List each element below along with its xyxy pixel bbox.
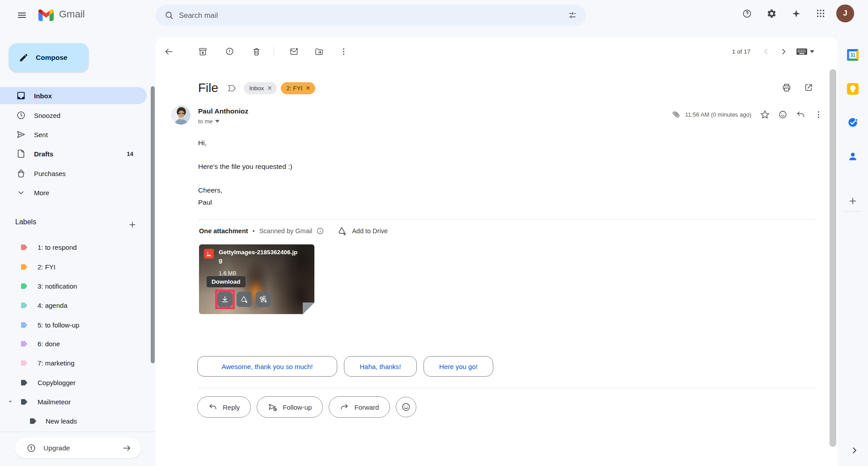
- upgrade-label: Upgrade: [43, 444, 122, 452]
- caret-down-icon: [810, 50, 814, 53]
- search-button[interactable]: [159, 5, 179, 25]
- sidebar-scrollbar[interactable]: [151, 86, 155, 363]
- forward-button[interactable]: Forward: [329, 396, 390, 418]
- contacts-icon: [847, 151, 859, 162]
- compose-button[interactable]: Compose: [9, 43, 89, 72]
- main-menu-button[interactable]: [11, 4, 33, 26]
- move-to-button[interactable]: [310, 42, 328, 60]
- sidebar-item-inbox[interactable]: Inbox: [0, 87, 147, 104]
- print-button[interactable]: [777, 78, 796, 97]
- gear-icon: [766, 8, 777, 19]
- label-item-fyi[interactable]: 2: FYI: [0, 258, 147, 275]
- smart-reply-3[interactable]: Here you go!: [423, 356, 493, 377]
- plus-icon: [848, 196, 858, 206]
- label-item-notification[interactable]: 3: notification: [0, 277, 147, 294]
- expand-arrow-icon[interactable]: [7, 399, 13, 405]
- label-item-mailmeteor[interactable]: Mailmeteor: [0, 393, 147, 410]
- label-name: 2: FYI: [38, 263, 55, 271]
- delete-button[interactable]: [247, 42, 265, 60]
- calendar-panel-button[interactable]: 31: [844, 46, 862, 64]
- search-bar[interactable]: [156, 4, 586, 26]
- pagination-text: 1 of 17: [732, 48, 750, 55]
- chip-inbox[interactable]: Inbox: [244, 82, 277, 94]
- sidebar-item-more[interactable]: More: [0, 184, 147, 201]
- paperclip-icon: [670, 108, 682, 121]
- chip-label: 2: FYI: [286, 85, 302, 92]
- more-vert-icon: [339, 47, 348, 56]
- sidebar-item-sent[interactable]: Sent: [0, 126, 147, 143]
- sidebar-item-purchases[interactable]: Purchases: [0, 165, 147, 182]
- label-item-marketing[interactable]: 7: marketing: [0, 354, 147, 371]
- smart-reply-1[interactable]: Awesome, thank you so much!: [197, 356, 337, 377]
- follow-up-label: Follow-up: [283, 403, 312, 411]
- download-attachment-button[interactable]: [217, 292, 233, 307]
- tag-icon: [20, 359, 29, 367]
- input-tools-button[interactable]: [792, 42, 817, 60]
- label-item-copyblogger[interactable]: Copyblogger: [0, 374, 147, 391]
- back-button[interactable]: [160, 42, 178, 60]
- label-item-new-leads[interactable]: New leads: [0, 412, 147, 429]
- get-add-ons-button[interactable]: [844, 192, 862, 210]
- save-to-drive-button[interactable]: [237, 292, 252, 307]
- google-apps-button[interactable]: [812, 4, 830, 22]
- profile-avatar[interactable]: J: [836, 4, 854, 22]
- label-important-icon[interactable]: [227, 84, 237, 93]
- smart-reply-2[interactable]: Haha, thanks!: [344, 356, 417, 377]
- search-input[interactable]: [179, 11, 563, 20]
- settings-button[interactable]: [762, 4, 780, 22]
- sidebar-item-snoozed[interactable]: Snoozed: [0, 107, 147, 124]
- sidebar-item-label: Sent: [34, 131, 48, 139]
- older-button[interactable]: [775, 42, 792, 60]
- chip-close-icon[interactable]: [305, 85, 311, 91]
- archive-button[interactable]: [194, 42, 212, 60]
- create-label-button[interactable]: [123, 216, 141, 234]
- search-options-button[interactable]: [563, 5, 582, 25]
- main-scrollbar[interactable]: [830, 69, 836, 447]
- reply-action-button[interactable]: Reply: [197, 396, 251, 418]
- label-item-follow-up[interactable]: 5: to follow-up: [0, 316, 147, 333]
- more-options-button[interactable]: [334, 42, 352, 60]
- save-to-photos-button[interactable]: [256, 292, 271, 307]
- reply-button[interactable]: [792, 105, 809, 123]
- gemini-button[interactable]: [787, 4, 805, 22]
- emoji-icon: [401, 402, 411, 412]
- chip-fyi[interactable]: 2: FYI: [281, 82, 315, 94]
- chip-close-icon[interactable]: [267, 85, 272, 91]
- shopping-bag-icon: [16, 168, 26, 178]
- tag-icon: [20, 302, 29, 309]
- message-more-button[interactable]: [809, 105, 827, 123]
- clock-icon: [16, 110, 26, 120]
- contacts-panel-button[interactable]: [844, 147, 862, 165]
- newer-button[interactable]: [757, 42, 775, 60]
- attachment-size: 1.6 MB: [219, 270, 237, 277]
- gmail-app: Gmail J: [0, 0, 868, 466]
- actions-divider: [198, 388, 816, 388]
- tag-icon: [20, 379, 29, 386]
- mark-unread-button[interactable]: [285, 42, 303, 60]
- label-item-agenda[interactable]: 4: agenda: [0, 297, 147, 314]
- add-reaction-button[interactable]: [774, 105, 792, 123]
- reply-label: Reply: [223, 403, 240, 411]
- report-spam-button[interactable]: [220, 42, 238, 60]
- sidebar-item-label: Snoozed: [34, 112, 60, 119]
- keep-panel-button[interactable]: [844, 80, 862, 98]
- attachment-card[interactable]: GettyImages-2185362406.jpg 1.6 MB Downlo…: [199, 244, 314, 314]
- recipient-toggle[interactable]: to me: [198, 118, 220, 125]
- open-in-new-button[interactable]: [799, 78, 818, 97]
- add-to-drive-button[interactable]: Add to Drive: [337, 226, 388, 236]
- upgrade-button[interactable]: Upgrade: [15, 438, 141, 458]
- hide-panel-button[interactable]: [846, 441, 864, 459]
- help-button[interactable]: [738, 4, 756, 22]
- star-button[interactable]: [756, 105, 774, 123]
- sidebar-item-drafts[interactable]: Drafts 14: [0, 145, 147, 162]
- emoji-reaction-button[interactable]: [396, 397, 416, 417]
- label-item-done[interactable]: 6: done: [0, 335, 147, 352]
- label-item-to-respond[interactable]: 1: to respond: [0, 239, 147, 256]
- info-icon[interactable]: [316, 227, 324, 235]
- follow-up-button[interactable]: Follow-up: [257, 396, 323, 418]
- chevron-right-icon: [779, 47, 788, 56]
- search-icon: [164, 10, 174, 20]
- tasks-panel-button[interactable]: [844, 113, 862, 131]
- report-spam-icon: [225, 47, 234, 56]
- sender-avatar[interactable]: [171, 105, 191, 125]
